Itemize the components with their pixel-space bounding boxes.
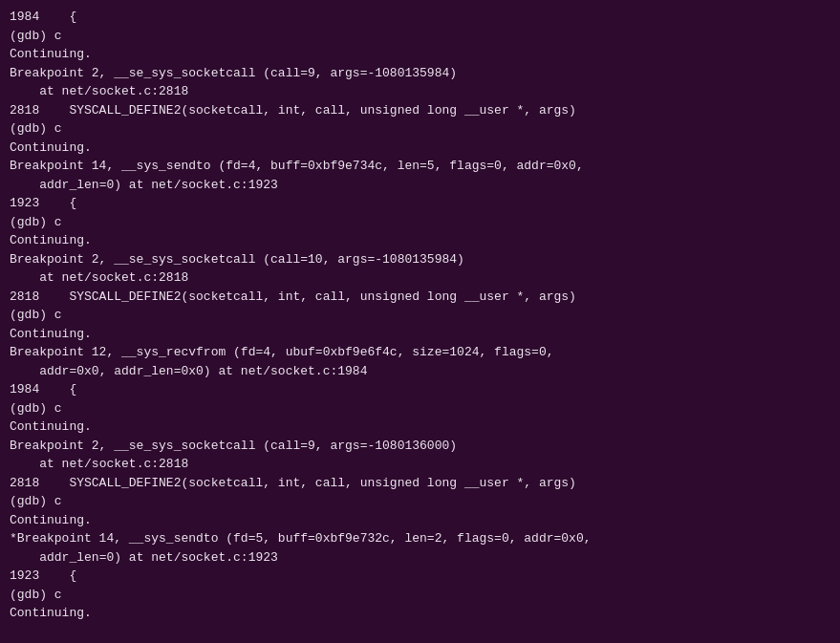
terminal-line: Continuing. — [10, 45, 830, 64]
terminal-line: Continuing. — [10, 511, 830, 530]
terminal-line: 2818 SYSCALL_DEFINE2(socketcall, int, ca… — [10, 288, 830, 307]
terminal-line: (gdb) c — [10, 306, 830, 325]
terminal-line: 1984 { — [10, 380, 830, 399]
terminal-line: at net/socket.c:2818 — [10, 455, 830, 474]
terminal-line: Continuing. — [10, 325, 830, 344]
terminal-line: at net/socket.c:2818 — [10, 82, 830, 101]
terminal-line: (gdb) c — [10, 586, 830, 605]
terminal-line: 2818 SYSCALL_DEFINE2(socketcall, int, ca… — [10, 101, 830, 120]
terminal-line: (gdb) c — [10, 27, 830, 46]
terminal-line: Continuing. — [10, 604, 830, 623]
terminal-line: 2818 SYSCALL_DEFINE2(socketcall, int, ca… — [10, 474, 830, 493]
terminal-line: Continuing. — [10, 231, 830, 250]
terminal-line: Breakpoint 14, __sys_sendto (fd=4, buff=… — [10, 157, 830, 176]
terminal-line: (gdb) c — [10, 119, 830, 139]
terminal-output: 1984 {(gdb) cContinuing.Breakpoint 2, __… — [0, 0, 840, 643]
terminal-line: 1984 { — [10, 8, 830, 27]
terminal-line: Continuing. — [10, 418, 830, 437]
terminal-line: addr=0x0, addr_len=0x0) at net/socket.c:… — [10, 362, 830, 381]
terminal-line: Continuing. — [10, 139, 830, 158]
terminal-line: Breakpoint 2, __se_sys_socketcall (call=… — [10, 250, 830, 269]
terminal-line: addr_len=0) at net/socket.c:1923 — [10, 176, 830, 195]
terminal-line: addr_len=0) at net/socket.c:1923 — [10, 548, 830, 568]
terminal-line: Breakpoint 2, __se_sys_socketcall (call=… — [10, 437, 830, 456]
terminal-line: Breakpoint 12, __sys_recvfrom (fd=4, ubu… — [10, 343, 830, 362]
terminal-line: Breakpoint 2, __se_sys_socketcall (call=… — [10, 64, 830, 83]
terminal-line: *Breakpoint 14, __sys_sendto (fd=5, buff… — [10, 529, 830, 548]
terminal-line: 1923 { — [10, 567, 830, 586]
terminal-line: (gdb) c — [10, 213, 830, 232]
terminal-line: (gdb) c — [10, 399, 830, 418]
terminal-line: (gdb) c — [10, 492, 830, 511]
terminal-line: at net/socket.c:2818 — [10, 268, 830, 288]
terminal-line: 1923 { — [10, 194, 830, 213]
